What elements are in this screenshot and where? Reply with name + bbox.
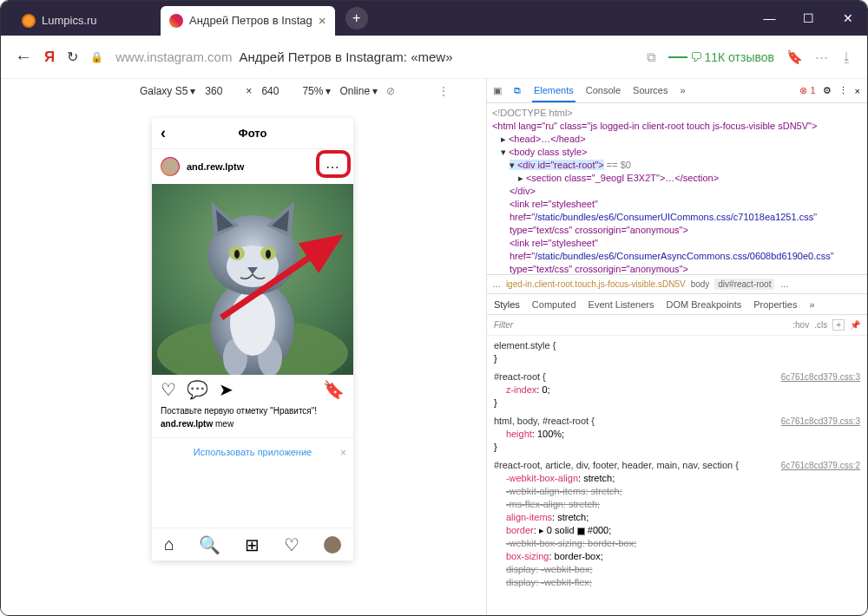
svg-point-5 xyxy=(230,290,275,356)
banner-close-icon[interactable]: × xyxy=(340,447,346,459)
download-icon[interactable]: ⭳ xyxy=(840,49,853,64)
no-throttle-icon[interactable]: ⊘ xyxy=(386,85,395,97)
nav-create-icon[interactable]: ⊞ xyxy=(245,534,260,555)
menu-icon[interactable]: ⋯ xyxy=(815,49,828,65)
nav-back-button[interactable]: ← xyxy=(15,47,32,67)
window-maximize-button[interactable]: ☐ xyxy=(789,1,828,36)
tab-sources[interactable]: Sources xyxy=(631,80,669,102)
tab-console[interactable]: Console xyxy=(584,80,622,102)
instagram-mobile-page: ‹ Фото and.rew.lptw ⋯ xyxy=(152,118,353,560)
new-tab-button[interactable]: + xyxy=(345,7,368,29)
network-select[interactable]: Online ▾ xyxy=(339,85,378,97)
device-height[interactable]: 640 xyxy=(260,84,293,98)
reload-button[interactable]: ↻ xyxy=(67,49,78,65)
svg-point-10 xyxy=(234,250,240,259)
zoom-select[interactable]: 75% ▾ xyxy=(302,85,331,97)
svg-point-11 xyxy=(266,250,271,259)
subtab-listeners[interactable]: Event Listeners xyxy=(589,299,654,310)
likes-prompt: Поставьте первую отметку "Нравится"! xyxy=(152,404,353,417)
comment-icon[interactable]: 💬 xyxy=(187,379,208,400)
browser-tab-active[interactable]: Андрей Петров в Instag × xyxy=(161,6,335,36)
hov-toggle[interactable]: :hov xyxy=(792,320,809,330)
user-avatar[interactable] xyxy=(161,157,180,176)
url-host: www.instagram.com xyxy=(115,49,232,64)
device-select[interactable]: Galaxy S5 ▾ xyxy=(140,85,195,97)
tab-favicon xyxy=(22,14,36,28)
instagram-top-bar: ‹ Фото xyxy=(152,118,353,149)
url-field[interactable]: www.instagram.com Андрей Петров в Instag… xyxy=(115,49,634,64)
cls-toggle[interactable]: .cls xyxy=(814,320,827,330)
save-icon[interactable]: 🔖 xyxy=(323,379,345,400)
bookmark-icon[interactable]: 🔖 xyxy=(786,49,803,65)
browser-tab-bar: Lumpics.ru Андрей Петров в Instag × + — … xyxy=(1,1,867,36)
device-toolbar: Galaxy S5 ▾ 360 × 640 75% ▾ Online ▾ ⊘ ⋮ xyxy=(1,79,486,103)
devtools-panel: ▣ ⧉ Elements Console Sources » ⊗ 1 ⚙ ⋮ ×… xyxy=(486,79,867,615)
window-minimize-button[interactable]: — xyxy=(750,1,789,36)
subtab-styles[interactable]: Styles xyxy=(494,299,520,310)
post-actions-row: ♡ 💬 ➤ 🔖 xyxy=(152,375,353,404)
use-app-banner[interactable]: Использовать приложение × xyxy=(152,437,353,466)
device-mode-icon[interactable]: ⧉ xyxy=(508,85,527,96)
window-controls: — ☐ ✕ xyxy=(750,1,867,36)
subtab-more[interactable]: » xyxy=(809,299,814,310)
nav-search-icon[interactable]: 🔍 xyxy=(199,534,220,555)
subtab-dom[interactable]: DOM Breakpoints xyxy=(666,299,741,310)
like-icon[interactable]: ♡ xyxy=(161,379,176,400)
pin-icon[interactable]: 📌 xyxy=(850,320,860,330)
page-title: Андрей Петров в Instagram: «mew» xyxy=(239,49,452,64)
share-icon[interactable]: ⧉ xyxy=(647,49,656,65)
elements-tree[interactable]: <!DOCTYPE html> <html lang="ru" class="j… xyxy=(487,103,867,275)
new-rule-button[interactable]: + xyxy=(832,319,845,331)
devtools-close-icon[interactable]: × xyxy=(855,86,860,96)
tab-elements[interactable]: Elements xyxy=(532,80,575,102)
window-close-button[interactable]: ✕ xyxy=(828,1,867,36)
yandex-logo[interactable]: Я xyxy=(44,49,55,66)
devtools-toolbar: ▣ ⧉ Elements Console Sources » ⊗ 1 ⚙ ⋮ × xyxy=(487,79,867,103)
tab-label: Андрей Петров в Instag xyxy=(189,14,312,27)
tab-favicon xyxy=(169,14,183,28)
instagram-header-title: Фото xyxy=(239,127,267,140)
post-username[interactable]: and.rew.lptw xyxy=(187,161,313,172)
error-count[interactable]: ⊗ 1 xyxy=(799,85,815,96)
settings-icon[interactable]: ⚙ xyxy=(823,85,832,96)
inspect-icon[interactable]: ▣ xyxy=(487,85,508,96)
device-width[interactable]: 360 xyxy=(204,84,237,98)
devtools-more-icon[interactable]: ⋮ xyxy=(838,85,848,96)
styles-filter-row: Filter :hov .cls + 📌 xyxy=(487,315,867,336)
tab-label: Lumpics.ru xyxy=(42,14,97,27)
styles-tab-bar: Styles Computed Event Listeners DOM Brea… xyxy=(487,294,867,315)
instagram-bottom-nav: ⌂ 🔍 ⊞ ♡ xyxy=(152,528,353,560)
emulated-page-viewport: Galaxy S5 ▾ 360 × 640 75% ▾ Online ▾ ⊘ ⋮… xyxy=(1,79,486,615)
annotation-highlight-box xyxy=(316,150,351,178)
tab-close-icon[interactable]: × xyxy=(319,13,326,28)
styles-pane[interactable]: element.style { } #react-root {6c761c8cd… xyxy=(487,336,867,615)
post-caption: and.rew.lptw mew xyxy=(152,417,353,430)
back-chevron-icon[interactable]: ‹ xyxy=(161,124,166,142)
subtab-props[interactable]: Properties xyxy=(753,299,797,310)
share-icon[interactable]: ➤ xyxy=(219,379,233,400)
nav-profile-avatar[interactable] xyxy=(324,536,341,554)
tab-more[interactable]: » xyxy=(678,80,687,102)
device-more-icon[interactable]: ⋮ xyxy=(438,85,449,97)
filter-input[interactable]: Filter xyxy=(494,320,513,330)
reviews-badge[interactable]: 🗩 11К отзывов xyxy=(668,50,775,64)
nav-home-icon[interactable]: ⌂ xyxy=(164,534,174,554)
browser-tab-inactive[interactable]: Lumpics.ru xyxy=(13,6,161,36)
breadcrumb[interactable]: … iged-in.client-root.touch.js-focus-vis… xyxy=(487,275,867,294)
lock-icon: 🔒 xyxy=(90,51,103,63)
browser-address-bar: ← Я ↻ 🔒 www.instagram.com Андрей Петров … xyxy=(1,36,867,79)
nav-activity-icon[interactable]: ♡ xyxy=(284,534,299,555)
subtab-computed[interactable]: Computed xyxy=(532,299,576,310)
post-image[interactable] xyxy=(152,184,353,375)
